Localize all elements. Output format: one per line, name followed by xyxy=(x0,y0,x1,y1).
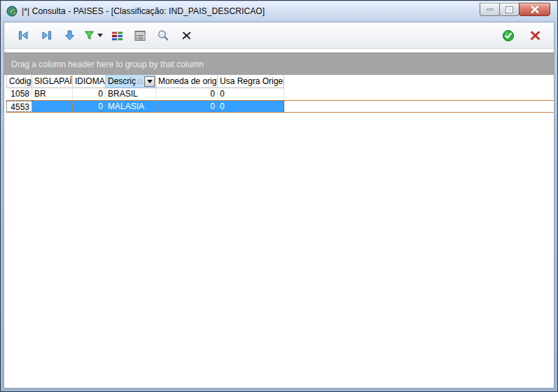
search-icon xyxy=(157,29,169,42)
table-row[interactable]: 1058BR0BRASIL00 xyxy=(6,88,554,100)
grid-cell[interactable]: MALASIA xyxy=(106,101,156,112)
restore-icon xyxy=(506,7,512,13)
filter-funnel-icon xyxy=(83,29,95,41)
down-arrow-icon xyxy=(64,29,76,41)
group-by-panel[interactable]: Drag a column header here to group by th… xyxy=(4,52,554,75)
columns-icon xyxy=(111,29,123,41)
column-header-label: Descriç xyxy=(108,76,136,86)
grid-cell[interactable]: 0 xyxy=(156,88,218,100)
ok-check-icon xyxy=(502,29,515,42)
filter-button[interactable] xyxy=(83,29,103,41)
grid-rows: 1058BR0BRASIL0045530MALASIA00 xyxy=(6,88,554,113)
column-filter-dropdown-button[interactable] xyxy=(144,76,155,87)
grid-cell[interactable]: 0 xyxy=(73,88,106,100)
cancel-x-icon xyxy=(181,29,193,41)
minimize-button[interactable] xyxy=(480,3,500,16)
minimize-icon xyxy=(487,8,494,10)
window-title: |*| Consulta - PAISES - [Classificação: … xyxy=(22,6,265,16)
red-x-icon xyxy=(529,29,541,41)
sort-ascending-icon xyxy=(137,78,144,84)
close-query-button[interactable] xyxy=(526,27,544,45)
dropdown-arrow-icon xyxy=(147,80,153,83)
table-row-selected[interactable]: 45530MALASIA00 xyxy=(6,100,554,113)
confirm-button[interactable] xyxy=(499,27,517,45)
grid-cell[interactable]: 1058 xyxy=(6,88,32,100)
column-header[interactable]: SIGLAPAÍS xyxy=(32,75,73,88)
title-bar[interactable]: |*| Consulta - PAISES - [Classificação: … xyxy=(1,1,557,21)
column-header[interactable]: Moneda de origen xyxy=(156,75,218,88)
first-record-icon xyxy=(18,29,29,41)
move-down-button[interactable] xyxy=(60,27,78,45)
last-record-button[interactable] xyxy=(37,27,55,45)
group-by-hint: Drag a column header here to group by th… xyxy=(11,59,204,69)
first-record-button[interactable] xyxy=(14,27,32,45)
restore-button[interactable] xyxy=(499,3,519,16)
customize-columns-button[interactable] xyxy=(108,27,126,45)
grid-cell[interactable]: 0 xyxy=(218,88,284,100)
column-header[interactable]: Código xyxy=(6,75,32,88)
cancel-button[interactable] xyxy=(177,27,195,45)
grid-cell[interactable]: BRASIL xyxy=(106,88,156,100)
grid-header-row: CódigoSIGLAPAÍSIDIOMADescriçMoneda de or… xyxy=(6,75,554,88)
column-header[interactable]: Descriç xyxy=(106,75,156,88)
search-button[interactable] xyxy=(154,27,172,45)
app-logo-icon xyxy=(6,6,18,17)
last-record-icon xyxy=(41,29,53,41)
app-window: |*| Consulta - PAISES - [Classificação: … xyxy=(0,0,558,392)
column-header[interactable]: Usa Regra Origem xyxy=(218,75,284,88)
filter-dropdown-caret-icon xyxy=(97,34,103,37)
grid-cell[interactable]: 0 xyxy=(156,101,218,112)
grid-cell[interactable]: BR xyxy=(32,88,73,100)
grid-cell[interactable]: 0 xyxy=(73,101,106,112)
grid-cell[interactable]: 4553 xyxy=(6,101,32,112)
list-window-icon xyxy=(134,29,146,42)
caption-buttons xyxy=(480,3,550,16)
grid-cell[interactable]: 0 xyxy=(218,101,284,112)
column-header[interactable]: IDIOMA xyxy=(73,75,106,88)
close-icon xyxy=(531,6,539,13)
grid-properties-button[interactable] xyxy=(131,27,149,45)
close-button[interactable] xyxy=(519,3,550,16)
toolbar xyxy=(4,22,554,49)
toolbar-right-group xyxy=(491,27,544,45)
client-area: Drag a column header here to group by th… xyxy=(4,22,554,388)
data-grid[interactable]: CódigoSIGLAPAÍSIDIOMADescriçMoneda de or… xyxy=(4,75,554,113)
grid-cell[interactable] xyxy=(32,101,73,112)
